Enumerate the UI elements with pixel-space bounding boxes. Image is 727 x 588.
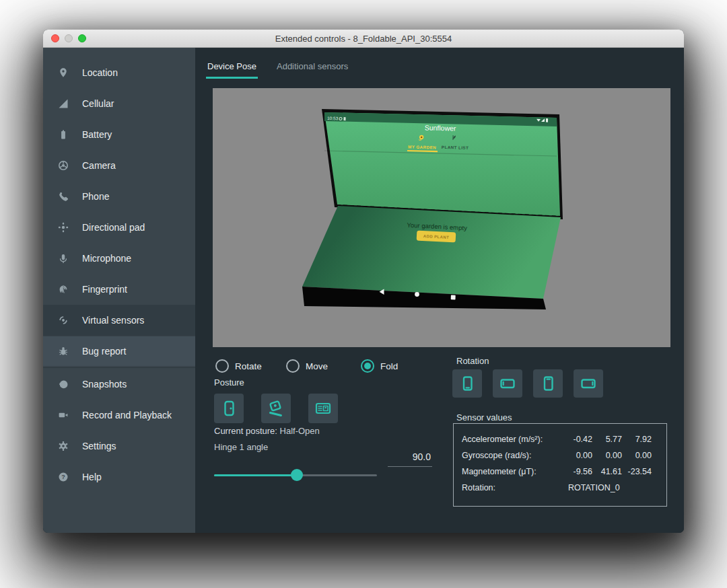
posture-half-open-button[interactable] xyxy=(261,394,291,423)
posture-open-icon xyxy=(314,400,332,417)
hinge-slider-fill xyxy=(214,474,297,476)
titlebar: Extended controls - 8_Foldable_API_30:55… xyxy=(43,30,684,48)
sidebar-item-record-and-playback[interactable]: Record and Playback xyxy=(43,400,195,431)
status-time: 10:53 xyxy=(327,116,339,120)
zoom-button[interactable] xyxy=(78,34,86,42)
camera-icon xyxy=(57,160,70,171)
recents-icon xyxy=(451,295,456,299)
extended-controls-window: Extended controls - 8_Foldable_API_30:55… xyxy=(43,30,684,533)
radio-move-circle[interactable] xyxy=(286,359,300,373)
sensor-row-accelerometer: Accelerometer (m/s²): -0.42 5.77 7.92 xyxy=(462,431,666,447)
radio-fold-circle[interactable] xyxy=(361,359,374,373)
posture-open-button[interactable] xyxy=(308,394,338,423)
sensor-row-rotation: Rotation: ROTATION_0 xyxy=(462,480,666,496)
current-posture-value: Half-Open xyxy=(280,426,320,436)
posture-closed-button[interactable] xyxy=(214,394,244,423)
app-title: Sunflower xyxy=(425,123,456,132)
rotation-landscape-left-button[interactable] xyxy=(493,369,522,398)
record-icon xyxy=(57,410,70,420)
sidebar-item-microphone[interactable]: Microphone xyxy=(43,243,195,274)
my-garden-tab: MY GARDEN xyxy=(408,144,436,149)
sidebar-item-help[interactable]: ? Help xyxy=(43,462,195,492)
rotation-landscape-left-icon xyxy=(499,375,516,392)
tab-additional-sensors[interactable]: Additional sensors xyxy=(275,61,349,79)
current-posture-text: Current posture: Half-Open xyxy=(214,426,320,436)
sidebar-item-snapshots[interactable]: Snapshots xyxy=(43,369,195,400)
device-pose-viewport[interactable]: 10:53 Sunflower xyxy=(213,88,670,347)
sensor-row-magnetometer: Magnetometer (μT): -9.56 41.61 -23.54 xyxy=(462,464,666,480)
rotation-portrait-button[interactable] xyxy=(452,369,482,398)
sidebar-item-bug-report[interactable]: Bug report xyxy=(43,336,195,367)
add-plant-button: ADD PLANT xyxy=(417,230,456,242)
posture-half-open-icon xyxy=(267,400,285,417)
dpad-icon xyxy=(57,222,70,233)
window-title: Extended controls - 8_Foldable_API_30:55… xyxy=(275,34,452,44)
cellular-icon xyxy=(57,98,70,109)
posture-label: Posture xyxy=(214,377,244,388)
tab-device-pose[interactable]: Device Pose xyxy=(206,61,258,79)
sidebar-divider xyxy=(43,367,195,368)
sidebar-item-battery[interactable]: Battery xyxy=(43,119,195,150)
sidebar-item-camera[interactable]: Camera xyxy=(43,150,195,181)
radio-rotate-circle[interactable] xyxy=(215,359,229,373)
radio-rotate[interactable]: Rotate xyxy=(215,359,262,373)
phone-icon xyxy=(57,191,70,202)
bug-icon xyxy=(57,346,70,357)
microphone-icon xyxy=(57,253,70,264)
hinge-slider[interactable] xyxy=(214,468,377,482)
hinge-slider-thumb[interactable] xyxy=(291,469,303,481)
rotation-landscape-right-button[interactable] xyxy=(574,369,603,398)
rotation-reverse-portrait-icon xyxy=(539,375,557,392)
rotation-portrait-icon xyxy=(458,375,476,392)
radio-fold[interactable]: Fold xyxy=(361,359,398,373)
fingerprint-icon xyxy=(57,284,70,295)
sidebar-item-cellular[interactable]: Cellular xyxy=(43,88,195,119)
sidebar-item-virtual-sensors[interactable]: Virtual sensors xyxy=(43,305,195,336)
rotation-label: Rotation xyxy=(456,356,489,366)
rotation-landscape-right-icon xyxy=(580,375,597,392)
tab-bar: Device Pose Additional sensors xyxy=(206,61,349,79)
foldable-device-preview: 10:53 Sunflower xyxy=(213,88,670,347)
device-bottom-screen xyxy=(302,206,561,299)
close-button[interactable] xyxy=(51,34,59,42)
minimize-button[interactable] xyxy=(65,34,73,42)
snapshots-icon xyxy=(57,379,70,390)
settings-icon xyxy=(57,441,70,451)
hinge-angle-input[interactable] xyxy=(388,451,432,467)
main-panel: Device Pose Additional sensors xyxy=(195,48,684,533)
sidebar-item-directional-pad[interactable]: Directional pad xyxy=(43,212,195,243)
rotation-reverse-portrait-button[interactable] xyxy=(533,369,563,398)
sidebar-item-location[interactable]: Location xyxy=(43,57,195,88)
home-icon xyxy=(415,292,419,297)
sidebar-item-settings[interactable]: Settings xyxy=(43,431,195,462)
battery-icon xyxy=(57,129,70,140)
help-icon: ? xyxy=(57,472,70,482)
radio-move[interactable]: Move xyxy=(286,359,328,373)
sidebar-item-fingerprint[interactable]: Fingerprint xyxy=(43,274,195,305)
location-icon xyxy=(57,67,70,78)
sidebar-item-phone[interactable]: Phone xyxy=(43,181,195,212)
plant-list-tab: PLANT LIST xyxy=(442,145,469,150)
sensor-row-gyroscope: Gyroscope (rad/s): 0.00 0.00 0.00 xyxy=(462,447,666,464)
sidebar: Location Cellular Battery Camera Phone D… xyxy=(43,48,195,533)
sensor-values-label: Sensor values xyxy=(456,412,512,422)
svg-text:?: ? xyxy=(61,474,65,480)
hinge-angle-label: Hinge 1 angle xyxy=(214,442,268,452)
posture-closed-icon xyxy=(220,400,238,417)
virtual-sensors-icon xyxy=(57,315,70,326)
sensor-values-panel: Accelerometer (m/s²): -0.42 5.77 7.92 Gy… xyxy=(453,423,667,507)
